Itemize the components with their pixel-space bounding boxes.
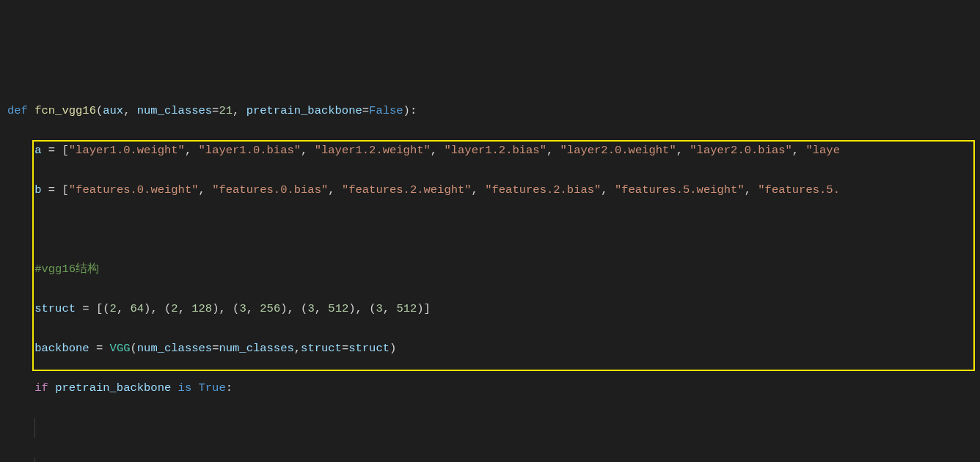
number: 21 — [219, 104, 233, 117]
keyword-if: if — [34, 381, 48, 395]
code-line-blank[interactable] — [7, 220, 973, 240]
code-line[interactable]: backbone = VGG(num_classes=num_classes,s… — [7, 339, 973, 359]
var-backbone: backbone — [34, 342, 89, 355]
func-name: fcn_vgg16 — [34, 104, 96, 117]
param: pretrain_backbone — [246, 104, 362, 117]
code-line[interactable]: struct = [(2, 64), (2, 128), (3, 256), (… — [7, 299, 973, 319]
code-line[interactable]: a = ["layer1.0.weight", "layer1.0.bias",… — [7, 141, 973, 161]
code-line[interactable]: weights_dict = torch.load("/home/hyq/hyq… — [7, 458, 973, 462]
code-line[interactable]: def fcn_vgg16(aux, num_classes=21, pretr… — [7, 101, 973, 121]
var-struct: struct — [34, 302, 76, 315]
keyword-def: def — [7, 104, 28, 117]
const-true: True — [199, 381, 226, 395]
code-line[interactable]: if pretrain_backbone is True: — [7, 378, 973, 398]
param: aux — [103, 104, 123, 117]
code-line[interactable]: b = ["features.0.weight", "features.0.bi… — [7, 180, 973, 200]
code-line-blank[interactable] — [7, 418, 973, 438]
code-editor[interactable]: def fcn_vgg16(aux, num_classes=21, pretr… — [7, 81, 973, 462]
var-b: b — [34, 183, 41, 197]
param: num_classes — [137, 104, 212, 117]
const-false: False — [369, 104, 403, 117]
code-line[interactable]: #vgg16结构 — [7, 260, 973, 279]
class-vgg: VGG — [110, 342, 131, 355]
var-a: a — [34, 144, 41, 157]
comment: #vgg16结构 — [34, 263, 99, 276]
